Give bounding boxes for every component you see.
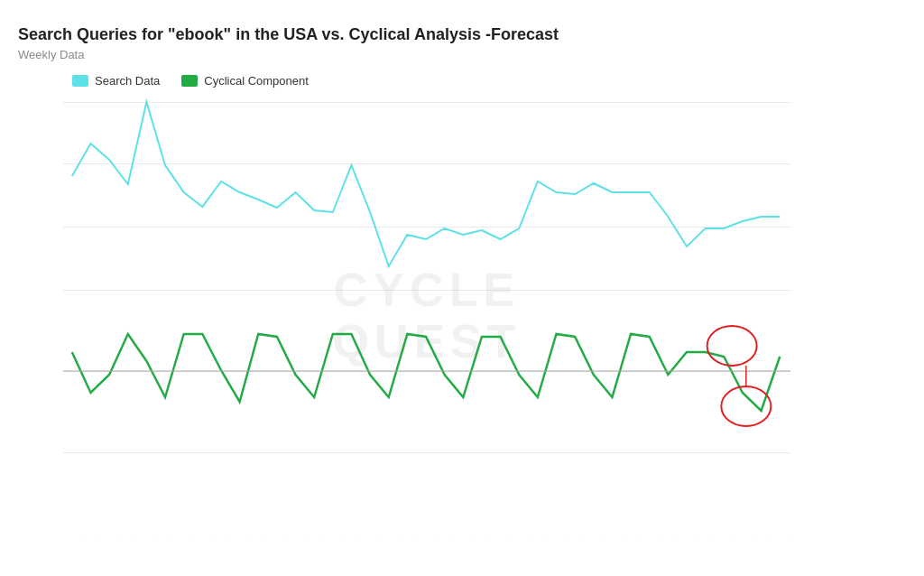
x-label: 2023-05-07	[670, 537, 679, 538]
legend-label-search: Search Data	[95, 74, 160, 88]
x-label: 2020-04-12	[73, 537, 82, 538]
x-label: 2022-10-09	[558, 537, 567, 538]
x-label: 2023-08-20	[725, 537, 735, 538]
x-label: 2022-06-26	[502, 537, 511, 538]
x-label: 2021-08-15	[334, 537, 343, 538]
x-label: 2022-02-06	[428, 537, 437, 538]
x-label: 2021-06-06	[297, 537, 306, 538]
x-label: 2023-10-29	[763, 537, 772, 538]
x-label: 2020-11-08	[185, 537, 194, 538]
x-label: 2020-07-26	[129, 537, 138, 538]
x-label: 2022-01-02	[409, 537, 418, 538]
legend-item-search: Search Data	[72, 74, 160, 88]
legend-item-cyclical: Cyclical Component	[181, 74, 309, 88]
x-label: 2023-01-22	[614, 537, 623, 538]
x-label: 2023-12-03	[782, 537, 791, 538]
x-label: 2023-09-24	[744, 537, 753, 538]
x-labels-row: 2020-04-122020-05-172020-06-212020-07-26…	[63, 537, 790, 576]
chart-title: Search Queries for "ebook" in the USA vs…	[18, 25, 906, 44]
x-label: 2020-12-13	[203, 537, 212, 538]
x-label: 2022-05-22	[484, 537, 493, 538]
x-label: 2022-07-31	[521, 537, 530, 538]
x-label: 2023-02-26	[633, 537, 642, 538]
x-label: 2021-11-28	[390, 537, 399, 538]
x-label: 2023-06-11	[688, 537, 698, 538]
x-label: 2020-05-17	[91, 537, 100, 538]
chart-container: Search Queries for "ebook" in the USA vs…	[0, 0, 924, 576]
x-label: 2021-03-28	[259, 537, 268, 538]
chart-svg	[63, 95, 790, 492]
x-label: 2022-04-17	[465, 537, 474, 538]
x-label: 2021-07-11	[315, 537, 324, 538]
x-label: 2021-10-24	[371, 537, 380, 538]
legend-label-cyclical: Cyclical Component	[204, 74, 309, 88]
x-label: 2021-05-02	[278, 537, 287, 538]
search-data-line	[72, 102, 780, 266]
x-label: 2023-07-16	[707, 537, 716, 538]
annotation-peak-circle	[707, 326, 757, 366]
x-label: 2021-09-19	[353, 537, 362, 538]
x-label: 2022-12-18	[596, 537, 605, 538]
legend-color-cyclical	[181, 75, 198, 87]
cyclical-component-line	[72, 334, 780, 411]
x-label: 2020-08-30	[147, 537, 156, 538]
x-label: 2020-06-21	[110, 537, 119, 538]
chart-legend: Search Data Cyclical Component	[72, 74, 906, 88]
x-label: 2023-04-02	[651, 537, 661, 538]
x-label: 2022-03-13	[446, 537, 455, 538]
x-label: 2021-01-17	[222, 537, 231, 538]
x-label: 2022-11-13	[577, 537, 586, 538]
chart-subtitle: Weekly Data	[18, 48, 906, 61]
x-label: 2021-02-21	[241, 537, 250, 538]
x-label: 2020-10-04	[166, 537, 175, 538]
legend-color-search	[72, 75, 88, 87]
x-label: 2022-09-04	[540, 537, 549, 538]
